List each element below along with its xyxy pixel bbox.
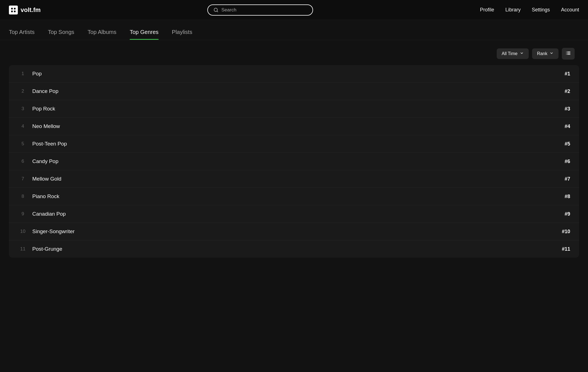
table-row[interactable]: 4 Neo Mellow #4: [9, 118, 579, 135]
genre-number: 6: [18, 159, 28, 164]
table-row[interactable]: 10 Singer-Songwriter #10: [9, 223, 579, 240]
genre-list: 1 Pop #1 2 Dance Pop #2 3 Pop Rock #3 4 …: [9, 65, 579, 258]
genre-name: Pop Rock: [32, 106, 565, 112]
tab-top-songs[interactable]: Top Songs: [48, 22, 74, 40]
genre-name: Post-Teen Pop: [32, 141, 565, 147]
nav-profile[interactable]: Profile: [480, 7, 494, 13]
genre-name: Singer-Songwriter: [32, 228, 562, 235]
genre-name: Piano Rock: [32, 193, 565, 199]
controls-bar: All Time Rank: [0, 40, 588, 65]
svg-rect-0: [11, 8, 13, 9]
tab-top-artists[interactable]: Top Artists: [9, 22, 35, 40]
genre-rank: #1: [565, 71, 570, 77]
search-bar[interactable]: [207, 4, 313, 16]
genre-number: 10: [18, 229, 28, 234]
genre-rank: #8: [565, 194, 570, 199]
chevron-down-icon: [520, 51, 524, 56]
genre-rank: #4: [565, 124, 570, 129]
genre-list-container: 1 Pop #1 2 Dance Pop #2 3 Pop Rock #3 4 …: [0, 65, 588, 269]
table-row[interactable]: 3 Pop Rock #3: [9, 100, 579, 118]
nav-settings[interactable]: Settings: [532, 7, 550, 13]
view-toggle-button[interactable]: [562, 48, 575, 60]
genre-number: 3: [18, 106, 28, 112]
genre-rank: #6: [565, 159, 570, 164]
logo-text: volt.fm: [21, 6, 41, 14]
table-row[interactable]: 7 Mellow Gold #7: [9, 170, 579, 188]
table-row[interactable]: 2 Dance Pop #2: [9, 83, 579, 100]
list-view-icon: [566, 51, 571, 57]
table-row[interactable]: 5 Post-Teen Pop #5: [9, 135, 579, 153]
svg-line-5: [217, 11, 218, 12]
genre-name: Candy Pop: [32, 158, 565, 164]
genre-rank: #10: [562, 229, 570, 235]
time-filter-label: All Time: [502, 51, 518, 56]
genre-number: 9: [18, 211, 28, 217]
svg-rect-2: [11, 11, 13, 12]
genre-rank: #5: [565, 141, 570, 147]
svg-rect-1: [14, 8, 16, 9]
genre-number: 1: [18, 71, 28, 77]
header: volt.fm Profile Library Settings Account: [0, 0, 588, 20]
table-row[interactable]: 11 Post-Grunge #11: [9, 240, 579, 258]
genre-name: Canadian Pop: [32, 211, 565, 217]
table-row[interactable]: 6 Candy Pop #6: [9, 153, 579, 170]
genre-number: 7: [18, 176, 28, 182]
sort-dropdown[interactable]: Rank: [532, 48, 559, 59]
nav-links: Profile Library Settings Account: [480, 7, 579, 13]
nav-account[interactable]: Account: [561, 7, 579, 13]
chevron-down-icon-sort: [550, 51, 553, 56]
genre-number: 11: [18, 246, 28, 252]
tab-top-albums[interactable]: Top Albums: [88, 22, 116, 40]
genre-name: Dance Pop: [32, 88, 565, 94]
logo-icon: [9, 6, 18, 14]
genre-rank: #7: [565, 176, 570, 182]
svg-rect-3: [14, 11, 16, 12]
nav-library[interactable]: Library: [505, 7, 521, 13]
tab-top-genres[interactable]: Top Genres: [130, 22, 158, 40]
logo-area: volt.fm: [9, 6, 41, 14]
sort-label: Rank: [537, 51, 547, 56]
genre-rank: #3: [565, 106, 570, 112]
search-icon: [213, 8, 218, 13]
time-filter-dropdown[interactable]: All Time: [497, 48, 529, 59]
genre-rank: #2: [565, 88, 570, 94]
genre-name: Mellow Gold: [32, 176, 565, 182]
genre-number: 2: [18, 88, 28, 94]
tab-playlists[interactable]: Playlists: [172, 22, 192, 40]
genre-number: 4: [18, 124, 28, 129]
genre-number: 5: [18, 141, 28, 147]
genre-number: 8: [18, 194, 28, 199]
genre-rank: #9: [565, 211, 570, 217]
table-row[interactable]: 8 Piano Rock #8: [9, 188, 579, 205]
table-row[interactable]: 1 Pop #1: [9, 65, 579, 83]
search-input[interactable]: [221, 7, 307, 13]
genre-name: Post-Grunge: [32, 246, 562, 252]
genre-name: Pop: [32, 71, 565, 77]
genre-name: Neo Mellow: [32, 123, 565, 129]
tabs-container: Top Artists Top Songs Top Albums Top Gen…: [0, 22, 588, 40]
genre-rank: #11: [562, 246, 570, 252]
table-row[interactable]: 9 Canadian Pop #9: [9, 205, 579, 223]
